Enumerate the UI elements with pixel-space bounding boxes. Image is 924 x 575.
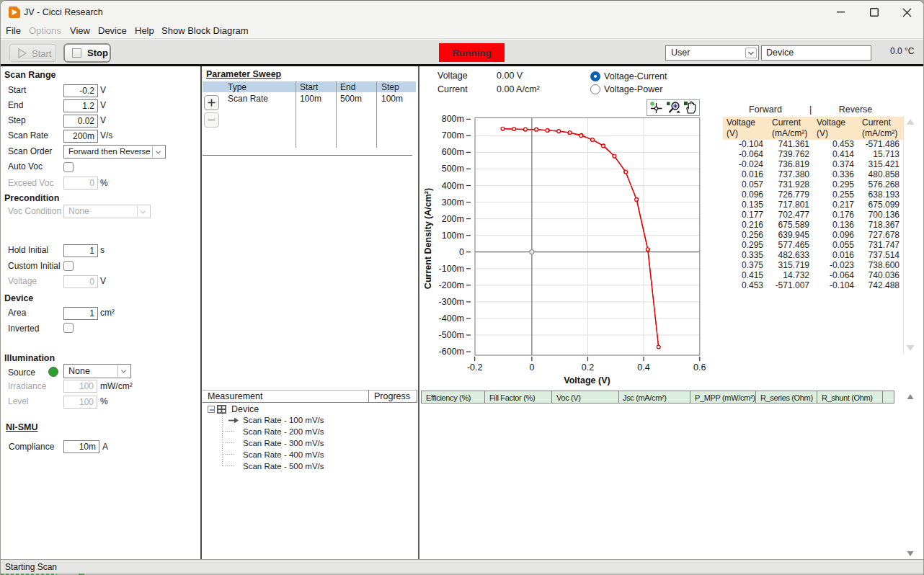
svg-text:800m: 800m <box>442 114 464 124</box>
svg-text:-0.2: -0.2 <box>467 362 483 373</box>
svg-text:-400m: -400m <box>439 313 464 324</box>
svg-text:0.6: 0.6 <box>693 362 706 373</box>
svg-text:0.2: 0.2 <box>582 362 594 373</box>
svg-text:Voltage (V): Voltage (V) <box>564 375 610 385</box>
svg-text:0.4: 0.4 <box>637 362 649 373</box>
svg-text:-300m: -300m <box>439 297 464 307</box>
svg-text:-600m: -600m <box>439 347 464 357</box>
svg-text:0: 0 <box>529 362 534 373</box>
svg-text:-500m: -500m <box>439 330 464 340</box>
